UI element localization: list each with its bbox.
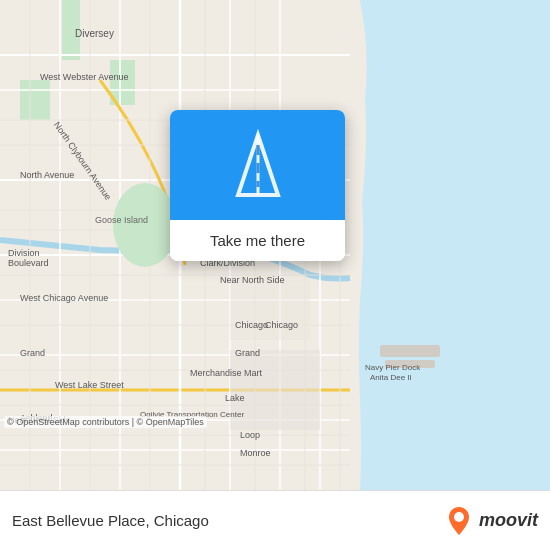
label-west-lake: West Lake Street xyxy=(55,380,124,390)
moovit-logo: moovit xyxy=(443,505,538,537)
popup-image-area xyxy=(170,110,345,220)
label-west-webster: West Webster Avenue xyxy=(40,72,129,82)
take-me-there-button[interactable]: Take me there xyxy=(170,220,345,261)
label-north-avenue: North Avenue xyxy=(20,170,74,180)
label-lake: Lake xyxy=(225,393,245,403)
moovit-pin-icon xyxy=(443,505,475,537)
map-container[interactable]: Diversey West Webster Avenue North Clybo… xyxy=(0,0,550,490)
location-text: East Bellevue Place, Chicago xyxy=(12,512,209,529)
svg-rect-41 xyxy=(230,280,310,340)
svg-point-37 xyxy=(113,183,177,267)
popup-card: Take me there xyxy=(170,110,345,261)
label-merchandise-mart: Merchandise Mart xyxy=(190,368,262,378)
svg-rect-3 xyxy=(20,80,50,120)
label-near-north: Near North Side xyxy=(220,275,285,285)
bottom-bar: East Bellevue Place, Chicago moovit xyxy=(0,490,550,550)
label-monroe: Monroe xyxy=(240,448,271,458)
label-loop: Loop xyxy=(240,430,260,440)
label-chicago2: Chicago xyxy=(265,320,298,330)
label-grand2: Grand xyxy=(235,348,260,358)
label-boulevard: Boulevard xyxy=(8,258,49,268)
label-grand: Grand xyxy=(20,348,45,358)
svg-point-46 xyxy=(454,512,464,522)
label-chicago1: Chicago xyxy=(235,320,268,330)
label-diversey: Diversey xyxy=(75,28,114,39)
label-anita-dee: Anita Dee II xyxy=(370,373,412,382)
moovit-text: moovit xyxy=(479,510,538,531)
label-navy-pier: Navy Pier Dock xyxy=(365,363,420,372)
label-division: Division xyxy=(8,248,40,258)
road-icon xyxy=(218,125,298,205)
moovit-icon-container xyxy=(443,505,475,537)
map-attribution: © OpenStreetMap contributors | © OpenMap… xyxy=(4,416,207,428)
svg-rect-38 xyxy=(380,345,440,357)
label-goose-island: Goose Island xyxy=(95,215,148,225)
label-west-chicago: West Chicago Avenue xyxy=(20,293,108,303)
